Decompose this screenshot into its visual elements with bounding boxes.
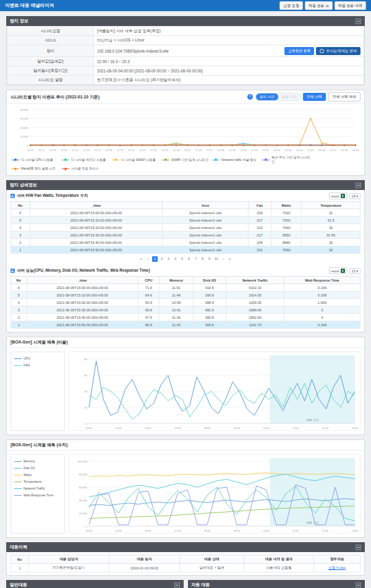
- svg-text:12-18: 12-18: [106, 149, 113, 152]
- box-ratio-legend: CPUFAN: [11, 352, 65, 431]
- svg-text:12-31: 12-31: [252, 149, 258, 152]
- next-page-button[interactable]: ›: [220, 256, 226, 262]
- collapse-icon[interactable]: −: [356, 183, 361, 188]
- svg-text:0: 0: [27, 144, 29, 147]
- request-explanation-button[interactable]: 소명 요청: [279, 1, 303, 10]
- legend-marker-icon: [14, 358, 22, 360]
- svg-text:12-23: 12-23: [161, 149, 168, 152]
- column-header: 대응 상태: [179, 555, 244, 564]
- high-risk-register-button[interactable]: 고위험군 등록: [284, 47, 314, 55]
- collapse-icon[interactable]: −: [356, 582, 361, 588]
- mail-history-button[interactable]: 메일 전송 내역: [335, 1, 366, 10]
- trend-legend: 타 서버별 CPU 사용률타 서버별 메모리 사용률타 서버별 SWAP 사용률…: [7, 152, 364, 175]
- legend-marker-icon: [212, 159, 220, 161]
- similarity-analysis-button[interactable]: 유사도/연계도 분석: [316, 47, 360, 55]
- page-button[interactable]: 8: [200, 256, 205, 262]
- page-size-select[interactable]: 15 ▾: [349, 193, 360, 199]
- legend-item[interactable]: 타 서버별 CPU 사용률: [12, 155, 62, 164]
- excel-icon: x: [341, 269, 345, 273]
- first-page-button[interactable]: «: [139, 256, 144, 262]
- svg-text:12-16: 12-16: [83, 149, 90, 152]
- svg-text:80: 80: [84, 358, 87, 361]
- page-button[interactable]: 7: [193, 256, 198, 262]
- excel-export-button[interactable]: excelx: [329, 267, 348, 274]
- svg-text:12-22: 12-22: [150, 149, 157, 152]
- svg-text:08:00: 08:00: [204, 529, 211, 532]
- legend-item: CPU: [14, 357, 61, 360]
- legend-item[interactable]: 타 서버별 SWAP 사용률: [112, 155, 162, 164]
- svg-text:40: 40: [84, 390, 87, 393]
- legend-item[interactable]: 타 서버별 메모리 사용률: [62, 155, 112, 164]
- detect-value: 22.90 / 16.3 ~ 20.3: [94, 57, 364, 66]
- send-mail-button[interactable]: 메일 전송✉: [305, 1, 333, 10]
- collapse-icon[interactable]: −: [356, 545, 361, 550]
- table-row: 52021-08-06T15:10:00.000+09:00Splunk-Ind…: [11, 217, 360, 224]
- table-row: 22021-08-06T15:40:00.000+09:00Splunk-Ind…: [11, 239, 360, 246]
- legend-marker-icon: [14, 495, 22, 496]
- svg-text:12-15: 12-15: [72, 149, 79, 152]
- column-header: CPU: [138, 277, 160, 284]
- svg-text:09:00: 09:00: [234, 426, 241, 430]
- page-button[interactable]: 1: [152, 256, 158, 262]
- table-row: 탐지값(임계값)22.90 / 16.3 ~ 20.3: [7, 57, 364, 66]
- legend-item[interactable]: MariaDB 쿼리 실행 시간: [12, 166, 62, 171]
- time-mode-toggle[interactable]: 탐지 시간발생 시간: [255, 93, 301, 101]
- svg-text:12-12: 12-12: [38, 149, 45, 152]
- legend-marker-icon: [62, 159, 69, 161]
- legend-item[interactable]: 최근 추이 기반 임계 시나리오: [262, 155, 312, 164]
- page-button[interactable]: 10: [213, 256, 219, 262]
- legend-item[interactable]: 서버별 특정 케이스: [62, 166, 112, 171]
- box-numeric-title: [BOX-Gen] 시계열 예측 (수치): [11, 442, 68, 448]
- history-title: 대응이력: [10, 544, 27, 550]
- column-header: 대응 일자: [109, 555, 180, 564]
- device-address: 192.168.0.104:7089/Splunk-Indexer3-ufw: [97, 49, 169, 53]
- column-header: No: [11, 202, 30, 209]
- page-button[interactable]: 4: [173, 256, 178, 262]
- hw-table: No_timehostFanWattsTemperature62021-08-0…: [7, 201, 364, 254]
- select-all-button[interactable]: 전체 선택: [303, 93, 326, 101]
- box-ratio-chart: 예측 구간02040608004:0005:0006:0007:0008:000…: [69, 352, 360, 431]
- manual-title: 일반대응: [10, 582, 27, 588]
- svg-text:100,000: 100,000: [77, 460, 87, 463]
- table-row: 22021-08-06T15:40:00.000+09:0047.011.363…: [11, 314, 360, 321]
- svg-text:10:00: 10:00: [263, 426, 270, 430]
- detect-info-panel: 탐지 정보 − 시나리오명[개별탐지] 서버 내부 감염 징후(추정) 서비스머…: [6, 16, 365, 85]
- svg-text:12-20: 12-20: [128, 149, 135, 152]
- column-header: _time: [27, 277, 138, 284]
- page-button[interactable]: 6: [186, 256, 192, 262]
- last-page-button[interactable]: »: [227, 256, 232, 262]
- svg-text:12-30: 12-30: [240, 149, 247, 152]
- deselect-all-button[interactable]: 전체 선택 해제: [328, 92, 360, 102]
- page-size-select[interactable]: 15 ▾: [349, 268, 360, 274]
- collapse-icon[interactable]: −: [174, 582, 180, 588]
- svg-text:01-06: 01-06: [318, 149, 325, 152]
- legend-marker-icon: [12, 159, 19, 161]
- column-header: No: [11, 277, 27, 284]
- svg-text:09:00: 09:00: [234, 529, 241, 532]
- gear-icon: [320, 49, 324, 53]
- legend-item: Watts: [14, 473, 61, 477]
- svg-text:04:00: 04:00: [86, 529, 93, 532]
- page-button[interactable]: 5: [179, 256, 185, 262]
- page-button[interactable]: 3: [166, 256, 171, 262]
- column-header: No: [11, 555, 29, 564]
- legend-item[interactable]: Network traffic 커널 탐지: [212, 155, 262, 164]
- prev-page-button[interactable]: ‹: [145, 256, 151, 262]
- help-icon[interactable]: ?: [247, 94, 253, 100]
- legend-item: Disk I/O: [14, 466, 61, 470]
- table-row: 12021-08-06T15:50:00.000+09:00Splunk-Ind…: [11, 246, 360, 254]
- attachment-link[interactable]: 소명서.doc: [328, 566, 346, 569]
- collapse-icon[interactable]: −: [356, 19, 361, 24]
- chart-icon: [11, 194, 15, 198]
- table-row: 32021-08-06T15:30:00.000+09:00Splunk-Ind…: [11, 231, 360, 239]
- svg-text:20,000: 20,000: [20, 126, 29, 129]
- svg-text:60: 60: [84, 374, 87, 377]
- page-button[interactable]: 2: [159, 256, 164, 262]
- page-button[interactable]: 9: [207, 256, 212, 262]
- service-path: 머신러닝 > 서버OS > Linux: [94, 36, 364, 45]
- svg-text:10,000: 10,000: [20, 135, 29, 138]
- table-row: 탐지일시(측정기간)2021-08-09 04:00:00 (2021-08-0…: [7, 66, 364, 76]
- legend-item[interactable]: SNMP 기반 임계 시나리오: [162, 155, 212, 164]
- svg-text:12-24: 12-24: [173, 149, 180, 152]
- excel-export-button[interactable]: excelx: [329, 192, 348, 199]
